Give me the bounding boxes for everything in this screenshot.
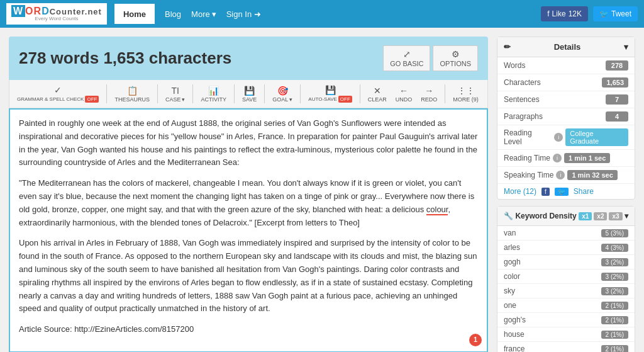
details-icon: ✏: [504, 42, 511, 52]
keyword-row: arles4 (3%): [497, 241, 635, 255]
undo-icon: ←: [399, 86, 408, 96]
more-link[interactable]: More (12): [504, 187, 536, 196]
toolbar: ✓ GRAMMAR & SPELL CHECK OFF 📋 THESAURUS …: [9, 80, 488, 108]
separator: [300, 84, 301, 103]
reading-time-badge: 1 min 1 sec: [564, 153, 610, 163]
save-icon: 💾: [244, 86, 255, 96]
right-panel: ✏ Details ▾ Words 278 Characters 1,653 S…: [497, 37, 635, 352]
words-row: Words 278: [497, 57, 635, 74]
reading-level-row: Reading Level i College Graduate: [497, 125, 635, 150]
keyword-count: 3 (2%): [601, 273, 628, 281]
more-menu[interactable]: More ▾: [191, 9, 216, 19]
go-basic-button[interactable]: ⤢ GO BASIC: [383, 45, 430, 71]
keyword-row: gogh's2 (1%): [497, 313, 635, 327]
details-tw-icon[interactable]: 🐦: [555, 188, 569, 196]
paragraphs-badge: 4: [606, 111, 628, 122]
speaking-time-info-icon: i: [556, 171, 565, 179]
keyword-word: arles: [504, 243, 520, 252]
wrench-icon: 🔧: [504, 212, 513, 220]
keyword-row: house2 (1%): [497, 327, 635, 342]
details-header: ✏ Details ▾: [497, 37, 635, 57]
grid-icon: ⋮⋮: [457, 86, 475, 96]
keyword-count: 4 (3%): [601, 244, 628, 252]
separator: [264, 84, 265, 103]
text-editor[interactable]: Painted in roughly one week at the end o…: [9, 108, 488, 352]
undo-button[interactable]: ← UNDO: [393, 84, 415, 104]
facebook-button[interactable]: f Like 12K: [541, 6, 588, 21]
redo-icon: →: [425, 86, 433, 96]
keyword-word: van: [504, 229, 516, 237]
collapse-icon[interactable]: ▾: [624, 42, 628, 52]
kw-collapse-icon[interactable]: ▾: [625, 212, 628, 220]
goal-button[interactable]: 🎯 GOAL ▾: [270, 84, 295, 104]
logo-counter: Counter.net: [50, 7, 102, 16]
separator: [106, 84, 107, 103]
clear-icon: ✕: [374, 86, 381, 96]
logo-w: W: [11, 5, 25, 17]
scroll-indicator: 1: [469, 334, 482, 346]
navbar: WORDCounter.net Every Word Counts Home B…: [0, 0, 644, 28]
underlined-word: colour: [426, 205, 448, 215]
separator: [445, 84, 445, 103]
more-tools-button[interactable]: ⋮⋮ MORE (9): [450, 84, 481, 104]
separator: [192, 84, 193, 103]
home-button[interactable]: Home: [114, 4, 155, 24]
case-arrow: ▾: [182, 96, 185, 103]
activity-button[interactable]: 📊 ACTIVITY: [198, 84, 229, 104]
gear-icon: ⚙: [452, 49, 460, 59]
characters-row: Characters 1,653: [497, 74, 635, 91]
tab-x1[interactable]: x1: [579, 212, 592, 220]
keyword-word: gogh's: [504, 315, 526, 324]
words-badge: 278: [606, 60, 628, 71]
separator: [234, 84, 235, 103]
book-icon: 📋: [127, 86, 138, 96]
options-bar: ⤢ GO BASIC ⚙ OPTIONS: [383, 45, 478, 71]
reading-time-info-icon: i: [553, 154, 562, 162]
word-count-title: 278 words 1,653 characters: [19, 48, 231, 68]
logo[interactable]: WORDCounter.net Every Word Counts: [6, 3, 107, 25]
reading-level-badge: College Graduate: [565, 128, 628, 146]
separator: [360, 84, 360, 103]
tab-x3[interactable]: x3: [609, 212, 622, 220]
check-icon: ✓: [54, 85, 62, 95]
blog-link[interactable]: Blog: [157, 6, 189, 23]
separator: [157, 84, 158, 103]
source-text: Article Source: http://EzineArticles.com…: [19, 323, 478, 336]
logo-d: D: [42, 6, 50, 16]
paragraph-2: "The Mediterranean has the colors of mac…: [19, 177, 478, 229]
twitter-icon: 🐦: [599, 9, 609, 18]
clear-button[interactable]: ✕ CLEAR: [365, 84, 389, 104]
main-container: 278 words 1,653 characters ⤢ GO BASIC ⚙ …: [0, 28, 644, 352]
case-button[interactable]: TI CASE ▾: [163, 84, 188, 104]
keyword-row: france2 (1%): [497, 342, 635, 352]
signin-link[interactable]: Sign In ➜: [219, 6, 269, 23]
details-fb-icon[interactable]: f: [541, 188, 550, 196]
keyword-density-panel: 🔧 Keyword Density x1 x2 x3 ▾ van5 (3%)ar…: [497, 206, 635, 352]
keyword-tabs: x1 x2 x3: [579, 212, 622, 220]
sentences-badge: 7: [606, 94, 628, 105]
keyword-row: color3 (2%): [497, 270, 635, 284]
logo-sub: Every Word Counts: [35, 16, 78, 22]
twitter-button[interactable]: 🐦 Tweet: [593, 6, 638, 21]
paragraph-1: Painted in roughly one week at the end o…: [19, 117, 478, 169]
reading-time-row: Reading Time i 1 min 1 sec: [497, 150, 635, 167]
paragraph-3: Upon his arrival in Arles in February of…: [19, 237, 478, 315]
share-link[interactable]: Share: [574, 187, 594, 196]
keyword-count: 3 (2%): [601, 287, 628, 295]
left-column: 278 words 1,653 characters ⤢ GO BASIC ⚙ …: [9, 37, 497, 352]
keyword-row: sky3 (2%): [497, 284, 635, 298]
keyword-word: sky: [504, 287, 515, 295]
keyword-count: 5 (3%): [601, 229, 628, 237]
grammar-spell-check-button[interactable]: ✓ GRAMMAR & SPELL CHECK OFF: [14, 84, 101, 104]
tab-x2[interactable]: x2: [594, 212, 607, 220]
keyword-count: 2 (1%): [601, 331, 628, 339]
save-button[interactable]: 💾 SAVE: [240, 84, 259, 104]
goal-icon: 🎯: [277, 86, 288, 96]
auto-save-button[interactable]: 💾 AUTO-SAVE OFF: [306, 84, 355, 104]
keyword-word: one: [504, 301, 516, 310]
redo-button[interactable]: → REDO: [418, 84, 440, 104]
thesaurus-button[interactable]: 📋 THESAURUS: [112, 84, 152, 104]
details-panel: ✏ Details ▾ Words 278 Characters 1,653 S…: [497, 37, 635, 200]
options-button[interactable]: ⚙ OPTIONS: [433, 45, 478, 71]
case-icon: TI: [171, 86, 179, 96]
